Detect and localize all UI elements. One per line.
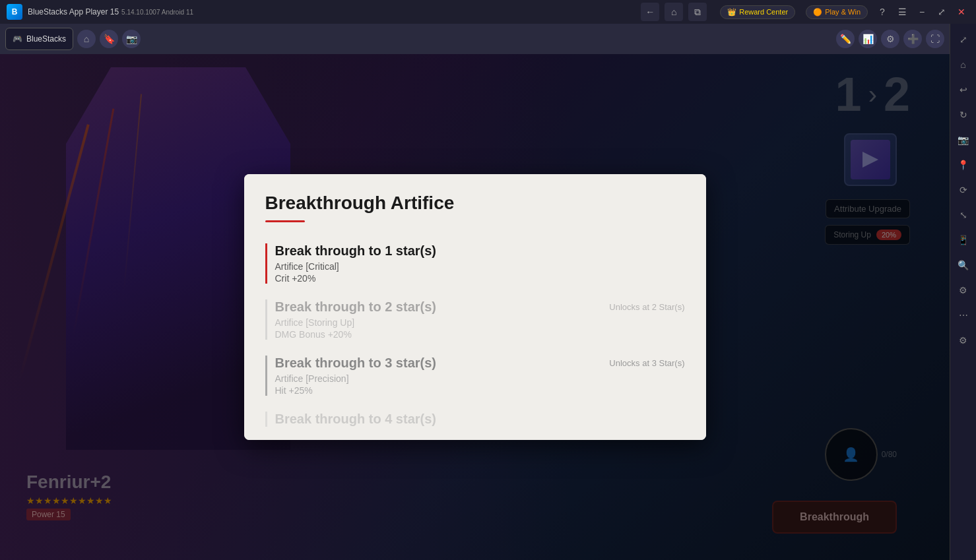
maximize-button[interactable]: ⤢: [934, 4, 950, 20]
add-button[interactable]: ➕: [903, 30, 922, 48]
sidebar-rotate-icon[interactable]: ⟳: [953, 179, 974, 201]
breakthrough-title-star2: Break through to 2 star(s) Unlocks at 2 …: [275, 299, 685, 315]
app-version: 5.14.10.1007 Android 11: [121, 9, 641, 16]
modal-title: Breakthrough Artifice: [265, 193, 685, 214]
crown-icon: 👑: [727, 8, 736, 16]
sidebar-more-icon[interactable]: ⋯: [953, 305, 974, 326]
forward-toolbar-button[interactable]: 📷: [122, 30, 141, 48]
play-win-button[interactable]: 🟠 Play & Win: [806, 5, 868, 19]
sidebar-gear-icon[interactable]: ⚙: [953, 280, 974, 301]
modal-content: Break through to 1 star(s) Artifice [Cri…: [244, 233, 706, 440]
sidebar-expand-icon[interactable]: ⤢: [953, 29, 974, 50]
help-button[interactable]: ?: [874, 4, 890, 20]
breakthrough-item-star1: Break through to 1 star(s) Artifice [Cri…: [265, 243, 685, 284]
sidebar-location-icon[interactable]: 📍: [953, 154, 974, 175]
back-button[interactable]: ←: [641, 3, 659, 21]
modal-overlay[interactable]: Breakthrough Artifice Break through to 1…: [0, 54, 950, 560]
sidebar-scale-icon[interactable]: ⤡: [953, 204, 974, 226]
breakthrough-title-star3: Break through to 3 star(s) Unlocks at 3 …: [275, 356, 685, 371]
game-area: 1 › 2 Attribute Upgrade Storing Up 20% F…: [0, 54, 950, 560]
sidebar-phone-icon[interactable]: 📱: [953, 230, 974, 251]
pencil-button[interactable]: ✏️: [836, 30, 855, 48]
breakthrough-item-star3: Break through to 3 star(s) Unlocks at 3 …: [265, 356, 685, 396]
back-toolbar-button[interactable]: 🔖: [100, 30, 118, 48]
breakthrough-title-star1: Break through to 1 star(s): [275, 243, 685, 259]
title-bar: B BlueStacks App Player 15 5.14.10.1007 …: [0, 0, 976, 24]
game-tab-button[interactable]: 🎮 BlueStacks: [5, 28, 73, 50]
settings-button[interactable]: ⚙: [881, 30, 899, 48]
modal-header: Breakthrough Artifice: [244, 174, 706, 233]
breakthrough-stat-star1: Crit +20%: [275, 273, 685, 284]
tabs-button[interactable]: ⧉: [688, 3, 707, 21]
sidebar-refresh-icon[interactable]: ↻: [953, 104, 974, 125]
sidebar-screenshot-icon[interactable]: 📷: [953, 129, 974, 150]
breakthrough-stat-star2: DMG Bonus +20%: [275, 329, 685, 340]
controller-icon: 🎮: [13, 34, 22, 44]
menu-button[interactable]: ☰: [894, 4, 910, 20]
breakthrough-stat-star3: Hit +25%: [275, 385, 685, 396]
app-title: BlueStacks App Player 15: [28, 7, 119, 16]
modal-divider: [265, 220, 305, 222]
coin-icon: 🟠: [813, 8, 822, 16]
stats-button[interactable]: 📊: [859, 30, 877, 48]
breakthrough-subtitle-star1: Artifice [Critical]: [275, 261, 685, 272]
sidebar-settings2-icon[interactable]: ⚙: [953, 330, 974, 351]
breakthrough-item-star4: Break through to 4 star(s): [265, 412, 685, 427]
sidebar-search-icon[interactable]: 🔍: [953, 255, 974, 276]
breakthrough-title-star4: Break through to 4 star(s): [275, 412, 685, 427]
sidebar-back-icon[interactable]: ↩: [953, 79, 974, 100]
right-sidebar: ⤢ ⌂ ↩ ↻ 📷 📍 ⟳ ⤡ 📱 🔍 ⚙ ⋯ ⚙: [950, 24, 976, 560]
home-button[interactable]: ⌂: [665, 3, 683, 21]
fullscreen-button[interactable]: ⛶: [926, 30, 944, 48]
window-controls: ? ☰ − ⤢ ✕: [874, 4, 969, 20]
unlock-badge-star3: Unlocks at 3 Star(s): [609, 358, 684, 368]
breakthrough-item-star2: Break through to 2 star(s) Unlocks at 2 …: [265, 299, 685, 340]
breakthrough-subtitle-star3: Artifice [Precision]: [275, 373, 685, 384]
close-button[interactable]: ✕: [954, 4, 969, 20]
unlock-badge-star2: Unlocks at 2 Star(s): [609, 302, 684, 312]
breakthrough-subtitle-star2: Artifice [Storing Up]: [275, 317, 685, 328]
nav-buttons: ← ⌂ ⧉: [641, 3, 707, 21]
minimize-button[interactable]: −: [914, 4, 930, 20]
sidebar-home-icon[interactable]: ⌂: [953, 54, 974, 75]
breakthrough-modal: Breakthrough Artifice Break through to 1…: [244, 174, 706, 440]
home-toolbar-button[interactable]: ⌂: [77, 30, 96, 48]
reward-center-button[interactable]: 👑 Reward Center: [720, 5, 795, 19]
toolbar: 🎮 BlueStacks ⌂ 🔖 📷 ✏️ 📊 ⚙ ➕ ⛶: [0, 24, 950, 54]
app-logo: B: [7, 4, 22, 20]
